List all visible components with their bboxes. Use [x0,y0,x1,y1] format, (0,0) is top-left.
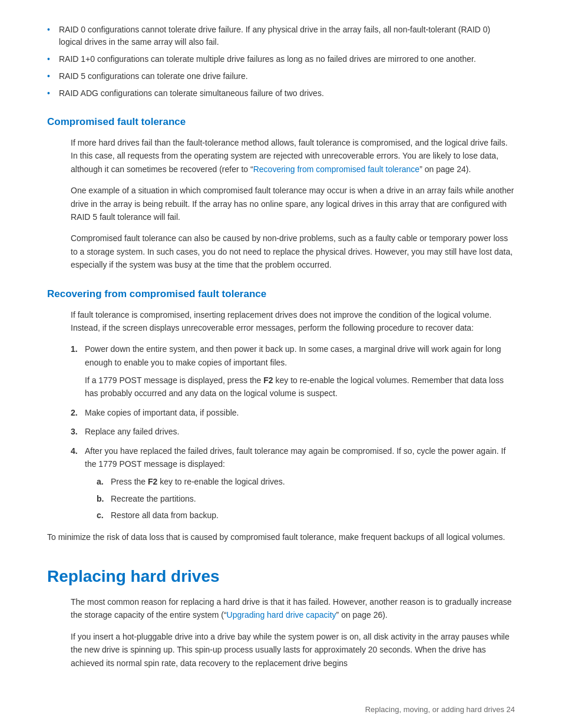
step-2-num: 2. [71,406,78,419]
recovering-link[interactable]: Recovering from compromised fault tolera… [253,164,419,174]
sub-step-b: b. Recreate the partitions. [97,492,515,505]
page-container: RAID 0 configurations cannot tolerate dr… [0,0,562,728]
step-3-num: 3. [71,425,78,438]
bullet-item: RAID 0 configurations cannot tolerate dr… [47,24,515,48]
sub-step-a-alpha: a. [97,475,104,488]
replacing-heading: Replacing hard drives [47,567,515,586]
step-1: 1. Power down the entire system, and the… [71,342,515,400]
f2-bold-2: F2 [148,477,157,486]
step-1-sub-note: If a 1779 POST message is displayed, pre… [85,374,515,400]
replacing-paragraph-1: The most common reason for replacing a h… [71,595,515,622]
sub-steps-list: a. Press the F2 key to re-enable the log… [97,475,515,522]
bullet-item: RAID 5 configurations can tolerate one d… [47,70,515,83]
compromised-paragraph-2: One example of a situation in which comp… [71,184,515,223]
steps-list: 1. Power down the entire system, and the… [71,342,515,522]
replacing-paragraph-2: If you insert a hot-pluggable drive into… [71,630,515,670]
upgrading-link[interactable]: Upgrading hard drive capacity [227,610,336,620]
step-4-text: After you have replaced the failed drive… [85,446,505,469]
step-4-num: 4. [71,444,78,457]
step-3: 3. Replace any failed drives. [71,425,515,438]
recovering-footer: To minimize the risk of data loss that i… [47,531,515,543]
intro-bullet-list: RAID 0 configurations cannot tolerate dr… [47,24,515,100]
replacing-p1-post: ” on page 26). [336,610,388,620]
compromised-p1-post: ” on page 24). [419,164,471,174]
recovering-heading: Recovering from compromised fault tolera… [47,288,515,300]
bullet-item: RAID 1+0 configurations can tolerate mul… [47,53,515,65]
step-1-text: Power down the entire system, and then p… [85,344,501,367]
sub-step-c-alpha: c. [97,509,104,522]
compromised-paragraph-3: Compromised fault tolerance can also be … [71,232,515,271]
f2-bold-1: F2 [263,375,273,385]
step-1-num: 1. [71,342,78,355]
step-4: 4. After you have replaced the failed dr… [71,444,515,522]
bullet-item: RAID ADG configurations can tolerate sim… [47,87,515,100]
step-2-text: Make copies of important data, if possib… [85,408,239,417]
compromised-paragraph-1: If more hard drives fail than the fault-… [71,136,515,176]
step-3-text: Replace any failed drives. [85,427,179,436]
sub-step-b-alpha: b. [97,492,104,505]
recovering-intro: If fault tolerance is compromised, inser… [71,308,515,335]
page-footer: Replacing, moving, or adding hard drives… [47,705,515,714]
sub-step-c: c. Restore all data from backup. [97,509,515,522]
compromised-heading: Compromised fault tolerance [47,116,515,128]
step-2: 2. Make copies of important data, if pos… [71,406,515,419]
footer-text: Replacing, moving, or adding hard drives… [365,705,515,714]
sub-step-a: a. Press the F2 key to re-enable the log… [97,475,515,488]
